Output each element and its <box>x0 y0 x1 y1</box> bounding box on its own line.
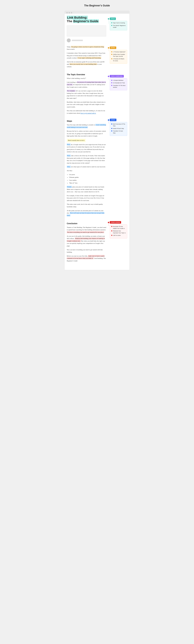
topic-dot-3 <box>111 85 112 86</box>
steps-annot-item-2: Detail Of Each Step <box>111 128 126 130</box>
conclusion-annotation: CONCLUSION Reminder Of How Helpful Your … <box>110 221 127 238</box>
title-highlight-1: Link Building: <box>67 16 88 20</box>
intro-highlight-2: It was super confusing and frustrating. <box>77 57 101 59</box>
page-title: The Beginner's Guide <box>84 3 110 8</box>
topic-highlight-1: the process of creating links from other… <box>67 81 106 86</box>
conclusion-annot-box: Reminder Of How Helpful Your Guide Is Re… <box>110 224 127 238</box>
intro-para-3: And in this no-nonsense guide I'll cut o… <box>67 61 106 68</box>
title-annot-box: Topic You're Covering The Words "Beginne… <box>110 21 127 30</box>
conclusion-main-col: Conclusion Thanks to 'Link Building: The… <box>67 220 106 264</box>
conclusion-section: Conclusion Thanks to 'Link Building: The… <box>65 220 129 264</box>
conclusion-dot-1 <box>111 226 112 227</box>
conclusion-dot-3 <box>111 235 112 236</box>
steps-step3: Also, see what types of content tend to … <box>67 166 106 168</box>
conclusion-annot-item-2: Reiterate How Important Your Topic Is <box>111 230 126 234</box>
conclusion-annot-item-3: Call-To-Action <box>111 234 126 236</box>
steps-annot-label: STEPS <box>110 119 116 121</box>
intro-connector-dot <box>108 47 109 48</box>
topic-heading: The Topic Overview <box>67 73 106 76</box>
steps-main-col: Steps Your first step with link building… <box>67 117 106 218</box>
intro-para-1: Today I'm going to show you how to grow … <box>67 46 106 50</box>
steps-list-item-1: List posts <box>69 173 106 176</box>
topic-para-3: For example, let's say you have a page o… <box>67 90 106 100</box>
steps-list-intro: Are they: <box>67 170 106 172</box>
steps-intro: Your first step with link building is ac… <box>67 124 106 128</box>
browser-dot-2 <box>69 12 70 14</box>
steps-annotation-col: STEPS Brief Overview Of The Step Detail … <box>108 117 127 218</box>
topic-highlight-2: For example, <box>67 90 75 92</box>
intro-annot-item-3: A Preview Of What's To Come <box>111 58 126 62</box>
topic-annot-box: A Simple Definition An Example (Or Two) … <box>110 78 127 90</box>
steps-list-item-4: "Best of" lists <box>69 182 106 184</box>
steps-step2: Next, take a look at all of the top 10 r… <box>67 154 106 164</box>
title-connector-dot <box>108 18 109 20</box>
steps-body1: Because the fact is, unless you have a p… <box>67 130 106 137</box>
title-annot-label: TITLE <box>110 18 116 20</box>
topic-para-5: Now that you understand what link buildi… <box>67 110 106 114</box>
conclusion-para-2: As you saw in the guide, link building c… <box>67 235 106 247</box>
topic-dot-2 <box>111 82 112 83</box>
steps-step1: First, do a Google search for your targe… <box>67 143 106 153</box>
conclusion-highlight-3: make sure to leave a quick comment to le… <box>67 255 104 260</box>
topic-row: The Topic Overview What is link building… <box>67 70 127 116</box>
title-row: Link Building: The Beginner's Guide <box>67 16 127 45</box>
steps-list: List posts Ultimate guides Case studies … <box>69 173 106 184</box>
conclusion-row: Conclusion Thanks to 'Link Building: The… <box>67 220 127 264</box>
topic-dot-1 <box>111 80 112 81</box>
browser-chrome <box>64 11 130 14</box>
topic-annotation-col: TOPIC OVERVIEW A Simple Definition An Ex… <box>108 70 127 116</box>
steps-body2: For example, if most of the content on G… <box>67 194 106 202</box>
intro-annot-item-1: A "Promise Statement" <box>111 51 126 53</box>
title-main-col: Link Building: The Beginner's Guide <box>67 16 106 45</box>
steps-highlight-end: Next we'll start out hunt for places tha… <box>67 212 104 216</box>
steps-callout-highlight: Here's exactly how to do it: <box>68 139 85 141</box>
steps-callout: Here's exactly how to do it: <box>67 139 86 142</box>
conclusion-dot-2 <box>111 230 112 231</box>
intro-annot-label: INTRO <box>110 46 116 49</box>
conclusion-connector-dot <box>108 222 109 223</box>
intro-dot-2 <box>111 54 112 55</box>
topic-section: The Topic Overview What is link building… <box>65 70 129 116</box>
title-highlight-2: Beginner's Guide <box>73 19 99 23</box>
intro-annotation: INTRO A "Promise Statement" Outline How … <box>110 46 127 64</box>
steps-list-item-2: Ultimate guides <box>69 176 106 179</box>
steps-list-item-3: Case studies <box>69 179 106 182</box>
steps-next-label: Next, <box>67 154 71 156</box>
steps-dot-2 <box>111 128 112 129</box>
conclusion-annot-label: CONCLUSION <box>110 221 121 224</box>
conclusion-highlight-1: You have everything you need to get star… <box>67 231 104 233</box>
topic-annot-item-1: A Simple Definition <box>111 80 126 82</box>
steps-highlight-1: create something worth linking to on you… <box>67 124 106 128</box>
steps-heading: Steps <box>67 120 106 122</box>
title-annotation-col: TITLE Topic You're Covering The Words "B… <box>108 16 127 45</box>
topic-annotation: TOPIC OVERVIEW A Simple Definition An Ex… <box>110 75 127 90</box>
intro-row: Today I'm going to show you how to grow … <box>67 46 127 70</box>
intro-para-2: I remember when I first started to learn… <box>67 52 106 59</box>
steps-annot-item-3: Transition To Next Step <box>111 130 126 134</box>
intro-highlight-3: show you exactly how to start building l… <box>69 63 97 65</box>
conclusion-highlight-2: Without link building your chances of ra… <box>67 238 105 242</box>
intro-annotation-col: INTRO A "Promise Statement" Outline How … <box>108 46 127 70</box>
topic-para-4: Backlinks. And when you build links from… <box>67 101 106 108</box>
steps-connector-dot <box>108 119 109 121</box>
title-annotation: TITLE Topic You're Covering The Words "B… <box>110 17 127 30</box>
conclusion-para-4: Before you start on your first link, mak… <box>67 255 106 262</box>
intro-annot-box: A "Promise Statement" Outline How Comple… <box>110 50 127 64</box>
title-dot-1 <box>111 22 112 23</box>
conclusion-heading: Conclusion <box>67 222 106 225</box>
topic-main-col: The Topic Overview What is link building… <box>67 70 106 116</box>
conclusion-annotation-col: CONCLUSION Reminder Of How Helpful Your … <box>108 220 127 264</box>
steps-finally-label: Finally, <box>67 186 72 188</box>
steps-step4: Finally, plan your piece of content base… <box>67 186 106 193</box>
topic-link: how to get started with it. <box>80 112 96 114</box>
steps-dot-3 <box>111 130 112 132</box>
intro-annot-item-2: Outline How Complex The Topic Can Be <box>111 54 126 57</box>
steps-annot-box: Brief Overview Of The Step Detail Of Eac… <box>110 122 127 136</box>
conclusion-para-1: Thanks to 'Link Building: The Beginner's… <box>67 226 106 234</box>
conclusion-para-3: Now you have everything you need to get … <box>67 248 106 254</box>
intro-dot-3 <box>111 58 112 59</box>
steps-section: Steps Your first step with link building… <box>65 117 129 218</box>
title-annot-item-2: The Words "Beginner's Guide" <box>111 25 126 28</box>
intro-highlight-1: I'm going to show you how to grow a bran… <box>71 46 104 48</box>
steps-first-label: First, <box>67 144 70 146</box>
